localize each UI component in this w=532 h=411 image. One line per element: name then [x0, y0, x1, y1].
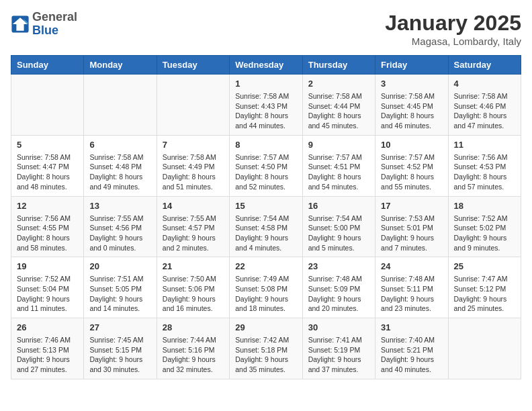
day-info: Sunrise: 7:53 AM Sunset: 5:01 PM Dayligh…: [381, 214, 442, 253]
calendar-cell: 26Sunrise: 7:46 AM Sunset: 5:13 PM Dayli…: [11, 318, 84, 379]
week-row-3: 12Sunrise: 7:56 AM Sunset: 4:55 PM Dayli…: [11, 196, 521, 257]
day-number: 11: [454, 140, 515, 150]
day-number: 15: [235, 201, 296, 211]
calendar-cell: 1Sunrise: 7:58 AM Sunset: 4:43 PM Daylig…: [230, 75, 302, 136]
calendar-cell: 17Sunrise: 7:53 AM Sunset: 5:01 PM Dayli…: [375, 196, 448, 257]
day-info: Sunrise: 7:57 AM Sunset: 4:52 PM Dayligh…: [381, 152, 442, 192]
calendar-cell: 8Sunrise: 7:57 AM Sunset: 4:50 PM Daylig…: [230, 135, 302, 196]
day-info: Sunrise: 7:56 AM Sunset: 4:53 PM Dayligh…: [454, 152, 515, 192]
day-number: 28: [163, 322, 224, 332]
page-header: General Blue January 2025 Magasa, Lombar…: [11, 11, 521, 47]
calendar-cell: 9Sunrise: 7:57 AM Sunset: 4:51 PM Daylig…: [302, 135, 375, 196]
day-info: Sunrise: 7:56 AM Sunset: 4:55 PM Dayligh…: [17, 214, 78, 253]
day-info: Sunrise: 7:58 AM Sunset: 4:46 PM Dayligh…: [454, 91, 515, 131]
day-info: Sunrise: 7:55 AM Sunset: 4:56 PM Dayligh…: [89, 214, 150, 253]
calendar-cell: 15Sunrise: 7:54 AM Sunset: 4:58 PM Dayli…: [230, 196, 302, 257]
day-number: 25: [454, 261, 515, 271]
calendar-cell: 25Sunrise: 7:47 AM Sunset: 5:12 PM Dayli…: [448, 257, 521, 318]
day-number: 30: [308, 322, 369, 332]
day-info: Sunrise: 7:47 AM Sunset: 5:12 PM Dayligh…: [454, 274, 515, 314]
calendar-cell: 28Sunrise: 7:44 AM Sunset: 5:16 PM Dayli…: [157, 318, 229, 379]
day-number: 13: [89, 201, 150, 211]
day-info: Sunrise: 7:45 AM Sunset: 5:15 PM Dayligh…: [89, 335, 150, 375]
calendar-cell: [157, 75, 229, 136]
day-info: Sunrise: 7:57 AM Sunset: 4:51 PM Dayligh…: [308, 152, 369, 192]
calendar-cell: 11Sunrise: 7:56 AM Sunset: 4:53 PM Dayli…: [448, 135, 521, 196]
day-header-thursday: Thursday: [302, 56, 375, 75]
calendar-cell: [448, 318, 521, 379]
day-info: Sunrise: 7:58 AM Sunset: 4:43 PM Dayligh…: [235, 91, 296, 131]
day-number: 16: [308, 201, 369, 211]
calendar-cell: [84, 75, 157, 136]
calendar-cell: 16Sunrise: 7:54 AM Sunset: 5:00 PM Dayli…: [302, 196, 375, 257]
calendar-cell: 20Sunrise: 7:51 AM Sunset: 5:05 PM Dayli…: [84, 257, 157, 318]
day-number: 24: [381, 261, 442, 271]
calendar-cell: 7Sunrise: 7:58 AM Sunset: 4:49 PM Daylig…: [157, 135, 229, 196]
day-number: 10: [381, 140, 442, 150]
logo-text: General Blue: [32, 11, 77, 38]
day-number: 3: [381, 79, 442, 89]
day-info: Sunrise: 7:58 AM Sunset: 4:45 PM Dayligh…: [381, 91, 442, 131]
day-number: 27: [89, 322, 150, 332]
day-info: Sunrise: 7:54 AM Sunset: 5:00 PM Dayligh…: [308, 214, 369, 253]
calendar-cell: 23Sunrise: 7:48 AM Sunset: 5:09 PM Dayli…: [302, 257, 375, 318]
calendar-cell: 22Sunrise: 7:49 AM Sunset: 5:08 PM Dayli…: [230, 257, 302, 318]
calendar-table: SundayMondayTuesdayWednesdayThursdayFrid…: [11, 55, 521, 379]
day-info: Sunrise: 7:51 AM Sunset: 5:05 PM Dayligh…: [89, 274, 150, 314]
day-info: Sunrise: 7:44 AM Sunset: 5:16 PM Dayligh…: [163, 335, 224, 375]
day-info: Sunrise: 7:42 AM Sunset: 5:18 PM Dayligh…: [235, 335, 296, 375]
day-info: Sunrise: 7:58 AM Sunset: 4:48 PM Dayligh…: [89, 152, 150, 192]
day-number: 9: [308, 140, 369, 150]
day-header-monday: Monday: [84, 56, 157, 75]
calendar-cell: 12Sunrise: 7:56 AM Sunset: 4:55 PM Dayli…: [11, 196, 84, 257]
day-info: Sunrise: 7:50 AM Sunset: 5:06 PM Dayligh…: [163, 274, 224, 314]
day-number: 22: [235, 261, 296, 271]
calendar-cell: 14Sunrise: 7:55 AM Sunset: 4:57 PM Dayli…: [157, 196, 229, 257]
day-number: 21: [163, 261, 224, 271]
calendar-cell: 18Sunrise: 7:52 AM Sunset: 5:02 PM Dayli…: [448, 196, 521, 257]
day-number: 8: [235, 140, 296, 150]
day-header-wednesday: Wednesday: [230, 56, 302, 75]
week-row-4: 19Sunrise: 7:52 AM Sunset: 5:04 PM Dayli…: [11, 257, 521, 318]
calendar-cell: 19Sunrise: 7:52 AM Sunset: 5:04 PM Dayli…: [11, 257, 84, 318]
calendar-cell: 31Sunrise: 7:40 AM Sunset: 5:21 PM Dayli…: [375, 318, 448, 379]
calendar-cell: 30Sunrise: 7:41 AM Sunset: 5:19 PM Dayli…: [302, 318, 375, 379]
calendar-cell: 21Sunrise: 7:50 AM Sunset: 5:06 PM Dayli…: [157, 257, 229, 318]
day-info: Sunrise: 7:58 AM Sunset: 4:47 PM Dayligh…: [17, 152, 78, 192]
logo: General Blue: [11, 11, 77, 38]
day-info: Sunrise: 7:58 AM Sunset: 4:44 PM Dayligh…: [308, 91, 369, 131]
day-header-sunday: Sunday: [11, 56, 84, 75]
month-title: January 2025: [385, 11, 521, 36]
day-number: 5: [17, 140, 78, 150]
title-block: January 2025 Magasa, Lombardy, Italy: [385, 11, 521, 47]
day-number: 20: [89, 261, 150, 271]
week-row-2: 5Sunrise: 7:58 AM Sunset: 4:47 PM Daylig…: [11, 135, 521, 196]
calendar-cell: 4Sunrise: 7:58 AM Sunset: 4:46 PM Daylig…: [448, 75, 521, 136]
day-info: Sunrise: 7:54 AM Sunset: 4:58 PM Dayligh…: [235, 214, 296, 253]
day-number: 7: [163, 140, 224, 150]
day-info: Sunrise: 7:41 AM Sunset: 5:19 PM Dayligh…: [308, 335, 369, 375]
calendar-cell: 3Sunrise: 7:58 AM Sunset: 4:45 PM Daylig…: [375, 75, 448, 136]
day-number: 4: [454, 79, 515, 89]
day-number: 17: [381, 201, 442, 211]
days-header-row: SundayMondayTuesdayWednesdayThursdayFrid…: [11, 56, 521, 75]
week-row-1: 1Sunrise: 7:58 AM Sunset: 4:43 PM Daylig…: [11, 75, 521, 136]
day-info: Sunrise: 7:46 AM Sunset: 5:13 PM Dayligh…: [17, 335, 78, 375]
day-number: 29: [235, 322, 296, 332]
day-number: 6: [89, 140, 150, 150]
day-number: 26: [17, 322, 78, 332]
day-number: 23: [308, 261, 369, 271]
day-number: 31: [381, 322, 442, 332]
day-number: 18: [454, 201, 515, 211]
calendar-cell: 10Sunrise: 7:57 AM Sunset: 4:52 PM Dayli…: [375, 135, 448, 196]
day-info: Sunrise: 7:48 AM Sunset: 5:09 PM Dayligh…: [308, 274, 369, 314]
day-number: 19: [17, 261, 78, 271]
day-info: Sunrise: 7:57 AM Sunset: 4:50 PM Dayligh…: [235, 152, 296, 192]
day-info: Sunrise: 7:52 AM Sunset: 5:04 PM Dayligh…: [17, 274, 78, 314]
day-info: Sunrise: 7:48 AM Sunset: 5:11 PM Dayligh…: [381, 274, 442, 314]
week-row-5: 26Sunrise: 7:46 AM Sunset: 5:13 PM Dayli…: [11, 318, 521, 379]
calendar-cell: 24Sunrise: 7:48 AM Sunset: 5:11 PM Dayli…: [375, 257, 448, 318]
day-number: 1: [235, 79, 296, 89]
day-info: Sunrise: 7:52 AM Sunset: 5:02 PM Dayligh…: [454, 214, 515, 253]
calendar-cell: 29Sunrise: 7:42 AM Sunset: 5:18 PM Dayli…: [230, 318, 302, 379]
